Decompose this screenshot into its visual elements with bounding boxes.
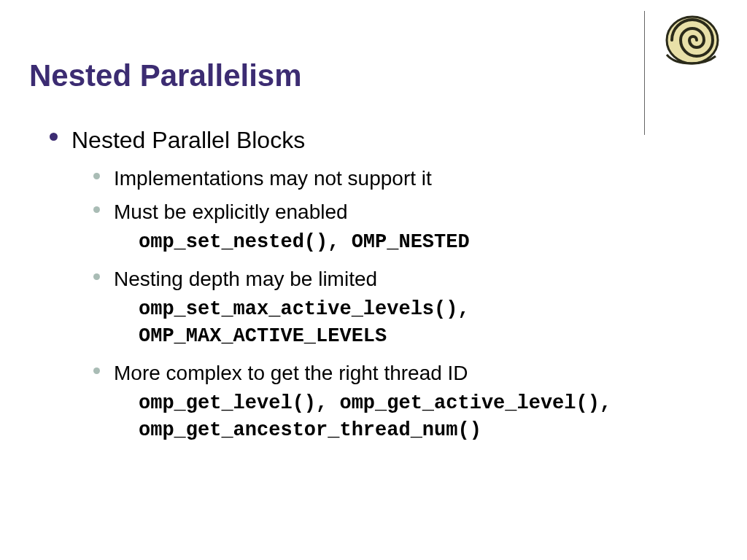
code-text: omp_set_max_active_levels(),OMP_MAX_ACTI… [114, 296, 718, 349]
code-text: omp_set_nested(), OMP_NESTED [114, 229, 718, 255]
bullet-list-level2: Implementations may not support it Must … [71, 163, 718, 443]
slide-content: Nested Parallel Blocks Implementations m… [0, 108, 747, 443]
code-text: omp_get_level(), omp_get_active_level(),… [114, 390, 718, 443]
bullet-text: More complex to get the right thread ID [114, 358, 718, 389]
bullet-list-level1: Nested Parallel Blocks Implementations m… [44, 122, 718, 443]
list-item: Must be explicitly enabled omp_set_neste… [89, 197, 718, 255]
slide-header: Nested Parallelism [0, 0, 747, 108]
header-divider [644, 11, 645, 135]
bullet-text: Must be explicitly enabled [114, 197, 718, 228]
list-item: More complex to get the right thread ID … [89, 358, 718, 443]
snail-icon [656, 11, 721, 69]
bullet-text: Nested Parallel Blocks [71, 122, 718, 158]
bullet-text: Implementations may not support it [114, 163, 718, 194]
list-item: Nested Parallel Blocks Implementations m… [44, 122, 718, 443]
list-item: Implementations may not support it [89, 163, 718, 194]
bullet-text: Nesting depth may be limited [114, 264, 718, 295]
slide-title: Nested Parallelism [29, 15, 718, 108]
list-item: Nesting depth may be limited omp_set_max… [89, 264, 718, 349]
